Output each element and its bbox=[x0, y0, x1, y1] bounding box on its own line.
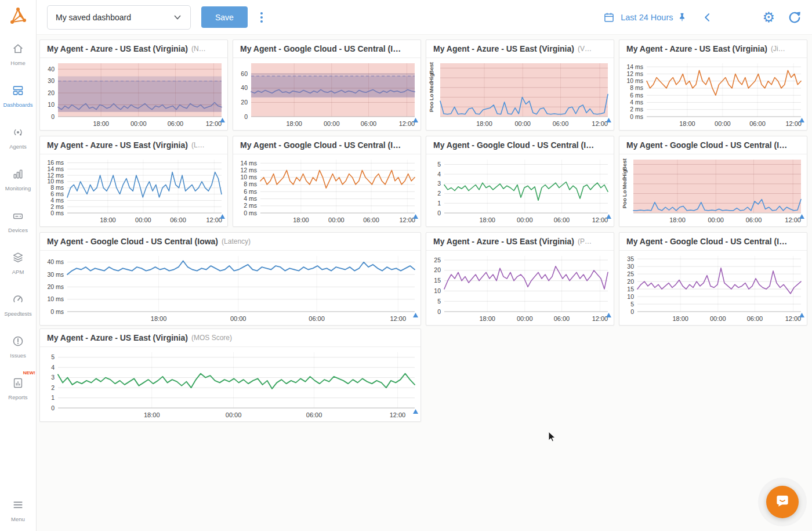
chart-plot[interactable]: 0510152025303518:0000:0006:0012:00 bbox=[619, 251, 807, 325]
svg-text:00:00: 00:00 bbox=[514, 120, 531, 127]
chevron-down-icon bbox=[173, 13, 182, 22]
chart-plot[interactable]: 0 ms10 ms20 ms30 ms40 ms18:0000:0006:001… bbox=[40, 251, 420, 325]
chart-card-3[interactable]: My Agent - Azure - US East (Virginia)(Ji… bbox=[619, 39, 807, 131]
menu-icon bbox=[12, 499, 24, 514]
svg-text:12:00: 12:00 bbox=[206, 216, 222, 223]
chart-plot[interactable]: 0 ms2 ms4 ms6 ms8 ms10 ms12 ms14 ms18:00… bbox=[619, 58, 807, 130]
chart-plot[interactable]: PooLoMedHigBest18:0000:0006:0012:00 bbox=[619, 154, 807, 226]
chart-plot[interactable]: 020406018:0000:0006:0012:00 bbox=[233, 58, 420, 130]
chart-card-9[interactable]: My Agent - Azure - US East (Virginia)(P…… bbox=[426, 232, 614, 326]
chart-plot[interactable]: 01234518:0000:0006:0012:00 bbox=[40, 347, 420, 421]
sidebar-item-menu[interactable]: Menu bbox=[0, 493, 36, 528]
chart-title: My Agent - Google Cloud - US Central (I… bbox=[626, 237, 787, 246]
svg-text:20: 20 bbox=[241, 99, 248, 106]
svg-text:Best: Best bbox=[428, 62, 434, 74]
dashboard-selector[interactable]: My saved dashboard bbox=[47, 5, 191, 30]
calendar-icon[interactable] bbox=[603, 12, 615, 23]
chart-title: My Agent - Azure - US East (Virginia) bbox=[47, 140, 188, 150]
svg-text:00:00: 00:00 bbox=[517, 216, 533, 223]
svg-text:3: 3 bbox=[51, 374, 55, 381]
svg-text:40: 40 bbox=[48, 66, 55, 73]
chart-subtitle: (P… bbox=[578, 237, 592, 245]
more-options-menu[interactable] bbox=[257, 9, 266, 26]
svg-text:0: 0 bbox=[51, 404, 55, 411]
svg-text:12:00: 12:00 bbox=[399, 120, 415, 127]
chart-card-header: My Agent - Azure - US East (Virginia)(P… bbox=[426, 233, 614, 251]
svg-text:6 ms: 6 ms bbox=[244, 188, 257, 195]
live-marker-icon bbox=[413, 409, 418, 414]
chart-card-0[interactable]: My Agent - Azure - US East (Virginia)(N…… bbox=[39, 39, 228, 131]
sidebar-item-speedtests[interactable]: Speedtests bbox=[0, 288, 36, 322]
chart-subtitle: (Ji… bbox=[771, 45, 785, 53]
svg-text:12:00: 12:00 bbox=[390, 315, 406, 322]
settings-gear-icon[interactable]: ⚙ bbox=[762, 10, 775, 24]
svg-text:5: 5 bbox=[437, 161, 441, 168]
chart-card-10[interactable]: My Agent - Google Cloud - US Central (I…… bbox=[619, 232, 807, 326]
svg-text:00:00: 00:00 bbox=[130, 120, 147, 127]
svg-text:12 ms: 12 ms bbox=[240, 167, 257, 174]
save-button[interactable]: Save bbox=[201, 6, 248, 28]
sidebar-item-monitoring[interactable]: Monitoring bbox=[0, 162, 36, 197]
chart-card-header: My Agent - Google Cloud - US Central (I… bbox=[233, 136, 420, 154]
svg-text:00:00: 00:00 bbox=[226, 411, 242, 418]
chart-plot[interactable]: 01234518:0000:0006:0012:00 bbox=[426, 154, 614, 226]
svg-text:12:00: 12:00 bbox=[206, 120, 222, 127]
svg-text:12:00: 12:00 bbox=[785, 315, 802, 322]
chart-card-8[interactable]: My Agent - Google Cloud - US Central (Io… bbox=[39, 232, 421, 326]
chart-title: My Agent - Azure - US East (Virginia) bbox=[47, 333, 188, 342]
svg-text:1: 1 bbox=[51, 394, 55, 401]
chat-launcher-button[interactable] bbox=[766, 486, 799, 518]
reports-icon bbox=[12, 377, 24, 392]
sidebar-item-apm[interactable]: APM bbox=[0, 246, 36, 280]
svg-text:10 ms: 10 ms bbox=[240, 174, 257, 180]
svg-text:06:00: 06:00 bbox=[554, 216, 570, 223]
chart-plot[interactable]: 051015202518:0000:0006:0012:00 bbox=[426, 251, 614, 325]
sidebar-item-dashboards[interactable]: Dashboards bbox=[0, 79, 36, 113]
chart-card-1[interactable]: My Agent - Google Cloud - US Central (I…… bbox=[233, 39, 421, 131]
sidebar-item-issues[interactable]: Issues bbox=[0, 330, 36, 364]
svg-text:35: 35 bbox=[627, 255, 634, 262]
svg-text:20: 20 bbox=[434, 266, 441, 273]
chart-card-6[interactable]: My Agent - Google Cloud - US Central (I…… bbox=[426, 136, 614, 227]
sidebar-item-devices[interactable]: Devices bbox=[0, 204, 36, 239]
chart-card-7[interactable]: My Agent - Google Cloud - US Central (I…… bbox=[619, 136, 807, 227]
new-badge: NEW! bbox=[23, 370, 35, 375]
svg-text:Lo: Lo bbox=[428, 94, 434, 101]
sidebar-item-reports[interactable]: NEW!Reports bbox=[0, 371, 36, 406]
svg-text:14 ms: 14 ms bbox=[240, 160, 257, 167]
svg-text:6 ms: 6 ms bbox=[50, 190, 64, 197]
app-logo-icon[interactable] bbox=[8, 6, 28, 29]
chart-plot[interactable]: PooLoMedHigBest18:0000:0006:0012:00 bbox=[426, 58, 614, 130]
svg-text:0 ms: 0 ms bbox=[244, 209, 257, 216]
svg-text:5: 5 bbox=[51, 353, 55, 360]
chart-plot[interactable]: 01020304018:0000:0006:0012:00 bbox=[40, 58, 227, 130]
svg-text:06:00: 06:00 bbox=[749, 120, 766, 127]
sidebar-item-home[interactable]: Home bbox=[0, 37, 36, 71]
chart-card-2[interactable]: My Agent - Azure - US East (Virginia)(V…… bbox=[426, 39, 614, 131]
chart-plot[interactable]: 0 ms2 ms4 ms6 ms8 ms10 ms12 ms14 ms18:00… bbox=[233, 154, 420, 226]
chart-card-5[interactable]: My Agent - Google Cloud - US Central (I…… bbox=[233, 136, 421, 227]
svg-text:18:00: 18:00 bbox=[479, 216, 495, 223]
chart-title: My Agent - Azure - US East (Virginia) bbox=[47, 44, 188, 53]
svg-text:15: 15 bbox=[627, 286, 634, 292]
chart-card-11[interactable]: My Agent - Azure - US East (Virginia)(MO… bbox=[39, 328, 421, 422]
svg-text:Lo: Lo bbox=[621, 190, 628, 197]
chat-bubble-icon bbox=[774, 492, 791, 512]
svg-text:14 ms: 14 ms bbox=[47, 165, 64, 172]
collapse-panel-icon[interactable] bbox=[702, 12, 713, 23]
svg-text:00:00: 00:00 bbox=[708, 216, 724, 223]
time-range-label[interactable]: Last 24 Hours bbox=[621, 13, 673, 22]
sidebar-item-label: Home bbox=[10, 60, 25, 66]
chart-plot[interactable]: 0 ms2 ms4 ms6 ms8 ms10 ms12 ms14 ms16 ms… bbox=[40, 154, 227, 226]
svg-text:2: 2 bbox=[51, 384, 55, 391]
sidebar-item-label: Menu bbox=[11, 516, 25, 522]
svg-text:4 ms: 4 ms bbox=[244, 195, 257, 202]
svg-text:3: 3 bbox=[437, 180, 441, 187]
sidebar-item-agents[interactable]: Agents bbox=[0, 121, 36, 155]
chart-subtitle: (MOS Score) bbox=[191, 334, 232, 342]
refresh-icon[interactable] bbox=[788, 10, 802, 24]
chart-card-4[interactable]: My Agent - Azure - US East (Virginia)(L…… bbox=[39, 136, 228, 227]
svg-text:18:00: 18:00 bbox=[476, 120, 492, 127]
pin-icon[interactable] bbox=[677, 12, 687, 23]
svg-text:00:00: 00:00 bbox=[135, 216, 151, 223]
